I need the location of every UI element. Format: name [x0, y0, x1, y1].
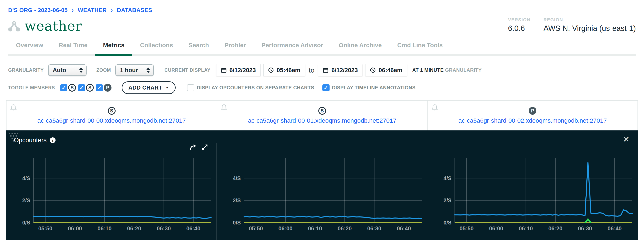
secondary-badge: S: [108, 107, 116, 115]
check-icon: ✓: [97, 85, 102, 90]
tab-online-archive[interactable]: Online Archive: [331, 42, 390, 56]
clock-icon: [370, 67, 376, 73]
svg-text:2/S: 2/S: [233, 197, 241, 203]
shard-card-2: P ac-ca5a6gr-shard-00-02.xdeoqms.mongodb…: [427, 101, 638, 130]
close-icon[interactable]: ✕: [623, 136, 629, 143]
zoom-value: 1 hour: [120, 67, 138, 74]
breadcrumb: D'S ORG - 2023-06-05 › WEATHER › DATABAS…: [8, 7, 644, 14]
check-icon: ✓: [324, 85, 328, 90]
expand-icon[interactable]: [202, 144, 208, 150]
to-time-field[interactable]: 06:46am: [365, 64, 407, 76]
shard-host-link[interactable]: ac-ca5a6gr-shard-00-01.xdeoqms.mongodb.n…: [248, 117, 396, 124]
svg-text:06:20: 06:20: [338, 225, 352, 232]
tab-overview[interactable]: Overview: [8, 42, 51, 56]
svg-text:06:00: 06:00: [278, 225, 292, 232]
from-date-value: 6/12/2023: [230, 67, 256, 74]
breadcrumb-separator: ›: [72, 7, 74, 13]
breadcrumb-separator: ›: [111, 7, 113, 13]
add-chart-label: ADD CHART: [128, 85, 162, 91]
to-text: to: [309, 66, 314, 74]
svg-text:4/S: 4/S: [444, 175, 452, 181]
zoom-label: ZOOM: [96, 68, 111, 73]
breadcrumb-org[interactable]: D'S ORG - 2023-06-05: [8, 7, 68, 13]
share-icon[interactable]: [190, 144, 197, 150]
caret-down-icon: ▼: [166, 86, 169, 90]
opcounters-panel: Opcounters i ✕ 05:5006:0006:1006:2006:30…: [6, 130, 638, 240]
shard-cards: S ac-ca5a6gr-shard-00-00.xdeoqms.mongodb…: [6, 100, 638, 130]
chart-column-1: 05:5006:0006:1006:2006:3006:400/S2/S4/S: [217, 143, 427, 240]
breadcrumb-project[interactable]: WEATHER: [78, 7, 107, 13]
opcounters-chart-shard-02: 05:5006:0006:1006:2006:3006:400/S2/S4/S: [428, 155, 636, 237]
page-title: weather: [24, 19, 82, 33]
svg-text:06:10: 06:10: [308, 225, 322, 232]
svg-text:05:50: 05:50: [38, 225, 52, 232]
tab-performance-advisor[interactable]: Performance Advisor: [254, 42, 331, 56]
shard-host-link[interactable]: ac-ca5a6gr-shard-00-00.xdeoqms.mongodb.n…: [37, 117, 186, 124]
toggle-members-label: TOGGLE MEMBERS: [8, 85, 55, 91]
tab-profiler[interactable]: Profiler: [217, 42, 254, 56]
select-spinner-icon: [79, 68, 83, 73]
breadcrumb-databases[interactable]: DATABASES: [117, 7, 152, 13]
version-label: VERSION: [508, 17, 530, 23]
bell-icon: [10, 104, 17, 111]
svg-text:05:50: 05:50: [249, 225, 263, 232]
svg-text:06:30: 06:30: [367, 225, 382, 232]
from-time-field[interactable]: 05:46am: [264, 64, 305, 76]
tab-search[interactable]: Search: [181, 42, 217, 56]
timeline-annotations-label: DISPLAY TIMELINE ANNOTATIONS: [332, 85, 416, 91]
chart-actions: [190, 144, 208, 150]
shard-card-0: S ac-ca5a6gr-shard-00-00.xdeoqms.mongodb…: [6, 101, 217, 130]
svg-text:05:50: 05:50: [460, 225, 474, 232]
check-icon: ✓: [62, 85, 66, 90]
member-toggle-1: ✓ S: [78, 84, 94, 92]
granularity-value: Auto: [53, 67, 66, 74]
cluster-icon: [8, 21, 20, 32]
tab-cmd-line-tools[interactable]: Cmd Line Tools: [390, 42, 450, 56]
svg-text:0/S: 0/S: [233, 219, 241, 226]
svg-text:06:20: 06:20: [548, 225, 562, 232]
member-checkbox[interactable]: ✓: [60, 84, 68, 91]
display-controls: GRANULARITY Auto ZOOM 1 hour CURRENT DIS…: [8, 64, 644, 76]
granularity-note-gray: GRANULARITY: [445, 67, 482, 73]
member-checkbox[interactable]: ✓: [78, 84, 85, 91]
select-spinner-icon: [146, 68, 150, 73]
add-chart-button[interactable]: ADD CHART ▼: [122, 81, 176, 94]
member-toggle-0: ✓ S: [60, 84, 76, 92]
chart-columns: 05:5006:0006:1006:2006:3006:400/S2/S4/S …: [6, 143, 638, 240]
separate-charts-option: ✓ DISPLAY OPCOUNTERS ON SEPARATE CHARTS: [187, 84, 314, 91]
opcounters-chart-shard-01: 05:5006:0006:1006:2006:3006:400/S2/S4/S: [217, 155, 425, 237]
chart-controls: TOGGLE MEMBERS ✓ S ✓ S ✓ P ADD CHART ▼ ✓…: [8, 81, 644, 94]
separate-charts-checkbox[interactable]: ✓: [187, 84, 194, 91]
svg-text:06:30: 06:30: [156, 225, 171, 232]
to-time-value: 06:46am: [378, 67, 402, 74]
secondary-badge: S: [318, 107, 326, 115]
from-time-value: 05:46am: [277, 67, 300, 74]
granularity-select[interactable]: Auto: [48, 64, 86, 76]
to-date-field[interactable]: 6/12/2023: [318, 64, 362, 76]
granularity-note-strong: AT 1 MINUTE: [412, 67, 444, 73]
zoom-select[interactable]: 1 hour: [115, 64, 154, 76]
calendar-icon: [323, 67, 328, 73]
to-date-value: 6/12/2023: [332, 67, 358, 74]
svg-text:06:40: 06:40: [608, 225, 622, 232]
secondary-badge: S: [68, 84, 76, 92]
primary-badge: P: [529, 107, 536, 115]
opcounters-chart-shard-00: 05:5006:0006:1006:2006:3006:400/S2/S4/S: [6, 155, 215, 237]
member-checkbox[interactable]: ✓: [96, 84, 103, 91]
from-date-field[interactable]: 6/12/2023: [216, 64, 260, 76]
svg-text:06:20: 06:20: [127, 225, 141, 232]
timeline-annotations-checkbox[interactable]: ✓: [322, 84, 330, 91]
shard-card-1: S ac-ca5a6gr-shard-00-01.xdeoqms.mongodb…: [217, 101, 427, 130]
svg-text:06:10: 06:10: [98, 225, 112, 232]
svg-text:0/S: 0/S: [444, 219, 452, 226]
tab-metrics[interactable]: Metrics: [95, 42, 132, 56]
shard-host-link[interactable]: ac-ca5a6gr-shard-00-02.xdeoqms.mongodb.n…: [458, 117, 607, 124]
svg-text:2/S: 2/S: [444, 197, 452, 203]
current-display-label: CURRENT DISPLAY: [164, 68, 210, 73]
granularity-label: GRANULARITY: [8, 68, 44, 73]
svg-text:06:40: 06:40: [186, 225, 200, 232]
member-toggle-2: ✓ P: [96, 84, 112, 92]
tab-real-time[interactable]: Real Time: [51, 42, 95, 56]
info-icon[interactable]: i: [50, 137, 56, 143]
tab-collections[interactable]: Collections: [132, 42, 181, 56]
